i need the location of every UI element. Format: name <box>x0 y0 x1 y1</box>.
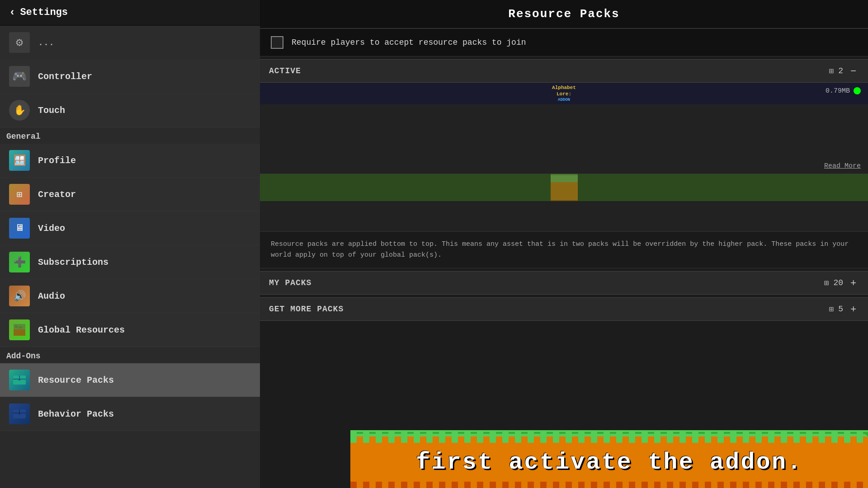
sidebar-item-label: ... <box>38 38 54 48</box>
sidebar-item-truncated[interactable]: ⚙️ ... <box>0 26 260 60</box>
pack-item-global-resources[interactable]: Global Resources You can edit these in S… <box>260 174 868 232</box>
sidebar-item-touch[interactable]: ✋ Touch <box>0 94 260 127</box>
sidebar-item-resource-packs[interactable]: Resource Packs <box>0 363 260 397</box>
section-label-general: General <box>0 127 260 144</box>
sidebar-item-audio[interactable]: 🔊 Audio <box>0 279 260 313</box>
get-more-grid-icon: ⊞ <box>829 304 834 314</box>
main-content: Resource Packs Require players to accept… <box>260 0 868 488</box>
info-text: Resource packs are applied bottom to top… <box>260 232 868 268</box>
content-area: Require players to accept resource packs… <box>260 29 868 488</box>
collapse-active-button[interactable]: − <box>848 64 859 78</box>
sidebar-item-label: Audio <box>38 291 65 301</box>
sidebar-item-label: Touch <box>38 105 65 116</box>
sidebar-items-list: ⚙️ ... 🎮 Controller ✋ Touch General 🪟 Pr… <box>0 26 260 488</box>
sidebar-item-creator[interactable]: ⊞ Creator <box>0 178 260 211</box>
my-packs-label: MY PACKS <box>269 278 824 287</box>
svg-rect-2 <box>15 325 18 328</box>
get-more-packs-label: GET MORE PACKS <box>269 305 829 314</box>
sidebar-item-label: Profile <box>38 155 76 166</box>
pack-thumbnail-global <box>260 174 868 201</box>
sidebar-item-profile[interactable]: 🪟 Profile <box>0 144 260 178</box>
audio-icon: 🔊 <box>9 286 30 306</box>
active-section-controls: ⊞ 2 − <box>829 64 859 78</box>
profile-icon: 🪟 <box>9 150 30 171</box>
page-title: Resource Packs <box>260 0 868 29</box>
get-more-packs-section-header: GET MORE PACKS ⊞ 5 + <box>260 297 868 321</box>
sidebar-item-label: Video <box>38 223 65 234</box>
sidebar-item-controller[interactable]: 🎮 Controller <box>0 60 260 94</box>
sidebar-item-label: Creator <box>38 189 76 200</box>
sidebar-item-label: Resource Packs <box>38 375 114 385</box>
svg-rect-3 <box>19 326 22 328</box>
sidebar: ‹ Settings ⚙️ ... 🎮 Controller ✋ Touch G… <box>0 0 260 488</box>
active-count: 2 <box>838 66 843 75</box>
require-label: Require players to accept resource packs… <box>292 38 526 47</box>
my-packs-section-header: MY PACKS ⊞ 20 + <box>260 271 868 295</box>
back-button[interactable]: ‹ Settings <box>0 0 260 26</box>
sidebar-item-label: Subscriptions <box>38 257 108 267</box>
active-section-label: ACTIVE <box>269 66 829 75</box>
grid-icon: ⊞ <box>829 66 834 76</box>
back-label: Settings <box>20 7 68 18</box>
packs-grid-icon: ⊞ <box>824 278 829 288</box>
sidebar-item-video[interactable]: 🖥 Video <box>0 211 260 245</box>
sidebar-item-subscriptions[interactable]: ➕ Subscriptions <box>0 245 260 279</box>
subscriptions-icon: ➕ <box>9 252 30 272</box>
require-checkbox[interactable] <box>271 36 283 49</box>
get-more-controls: ⊞ 5 + <box>829 302 859 316</box>
my-packs-controls: ⊞ 20 + <box>824 276 859 290</box>
read-more-button[interactable]: Read More <box>824 162 861 170</box>
pack-size-alphabet: 0.79MB <box>826 87 850 95</box>
add-my-pack-button[interactable]: + <box>848 276 859 290</box>
touch-icon: ✋ <box>9 100 30 121</box>
get-more-count: 5 <box>838 305 843 314</box>
pack-item-alphabet-lore[interactable]: AlphabetLore: ADDON the alphabet lore Ga… <box>260 83 868 174</box>
resource-packs-icon <box>9 370 30 390</box>
back-arrow-icon: ‹ <box>9 6 15 19</box>
video-icon: 🖥 <box>9 218 30 239</box>
sidebar-item-behavior-packs[interactable]: Behavior Packs <box>0 397 260 431</box>
behavior-packs-icon <box>9 404 30 424</box>
sidebar-item-label: Global Resources <box>38 325 125 335</box>
my-packs-count: 20 <box>834 278 844 287</box>
active-section-header: ACTIVE ⊞ 2 − <box>260 59 868 83</box>
pack-thumbnail-alphabet: AlphabetLore: ADDON <box>260 83 868 104</box>
sidebar-item-label: Controller <box>38 71 92 82</box>
section-label-addons: Add-Ons <box>0 347 260 363</box>
global-resources-icon <box>9 319 30 340</box>
pack-status-dot <box>854 87 861 94</box>
controller-icon: 🎮 <box>9 66 30 87</box>
svg-rect-1 <box>14 329 25 336</box>
grass-block-icon <box>551 174 578 201</box>
require-row: Require players to accept resource packs… <box>260 29 868 56</box>
settings-icon: ⚙️ <box>9 32 30 53</box>
sidebar-item-global-resources[interactable]: Global Resources <box>0 313 260 347</box>
sidebar-item-label: Behavior Packs <box>38 409 114 419</box>
creator-icon: ⊞ <box>9 184 30 205</box>
add-get-more-button[interactable]: + <box>848 302 859 316</box>
